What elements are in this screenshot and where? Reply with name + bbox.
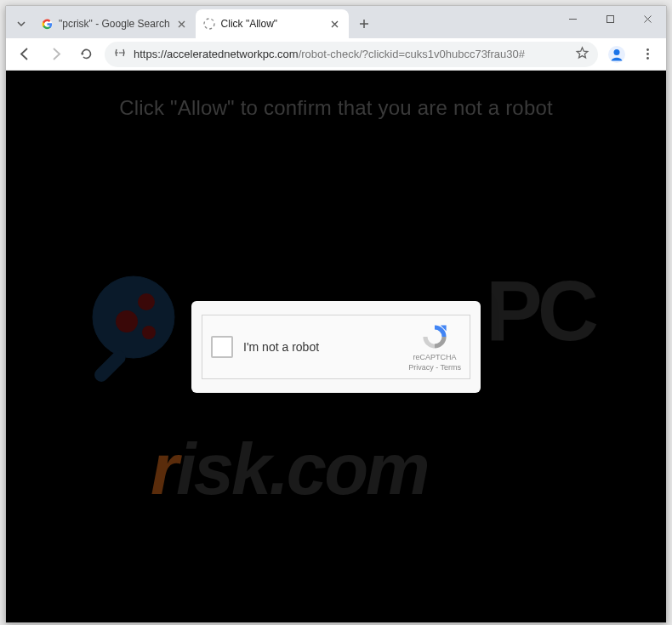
svg-point-6 bbox=[646, 53, 649, 55]
menu-button[interactable] bbox=[635, 43, 659, 66]
back-button[interactable] bbox=[13, 43, 37, 66]
new-tab-button[interactable] bbox=[352, 12, 376, 36]
svg-rect-12 bbox=[92, 348, 128, 384]
url-text: https://acceleratednetworkpc.com/robot-c… bbox=[134, 48, 568, 60]
watermark-magnifier-icon bbox=[78, 266, 206, 394]
watermark-pc-text: PC bbox=[486, 262, 594, 360]
svg-rect-2 bbox=[607, 15, 613, 22]
watermark-risk-text: risk.com bbox=[151, 428, 428, 511]
page-favicon bbox=[202, 17, 216, 31]
address-bar[interactable]: https://acceleratednetworkpc.com/robot-c… bbox=[105, 42, 598, 67]
tab-active-1[interactable]: Click "Allow" bbox=[196, 9, 349, 38]
url-scheme: https:// bbox=[134, 48, 167, 60]
recaptcha-brand-label: reCAPTCHA bbox=[413, 353, 457, 361]
browser-window: "pcrisk" - Google Search Click "Allow" bbox=[5, 5, 667, 623]
svg-point-11 bbox=[142, 326, 156, 339]
svg-point-8 bbox=[93, 276, 174, 358]
window-controls bbox=[554, 6, 666, 31]
svg-point-7 bbox=[646, 57, 649, 60]
toolbar: https://acceleratednetworkpc.com/robot-c… bbox=[6, 38, 666, 71]
url-host: acceleratednetworkpc.com bbox=[167, 48, 299, 60]
close-window-button[interactable] bbox=[629, 6, 666, 31]
url-path: /robot-check/?clickid=cuks1v0hubcc73frau… bbox=[299, 48, 525, 60]
tab-title: Click "Allow" bbox=[221, 18, 323, 30]
reload-button[interactable] bbox=[74, 43, 98, 66]
svg-point-9 bbox=[138, 293, 155, 310]
recaptcha-brand: reCAPTCHA Privacy - Terms bbox=[408, 322, 461, 372]
svg-point-1 bbox=[204, 19, 214, 29]
profile-button[interactable] bbox=[605, 43, 629, 66]
recaptcha-links[interactable]: Privacy - Terms bbox=[408, 363, 461, 372]
page-heading: Click "Allow" to confirm that you are no… bbox=[6, 71, 666, 120]
tab-inactive-0[interactable]: "pcrisk" - Google Search bbox=[33, 9, 196, 38]
captcha-label: I'm not a robot bbox=[243, 340, 408, 354]
forward-button[interactable] bbox=[43, 43, 67, 66]
google-favicon bbox=[40, 17, 54, 31]
bookmark-star-icon[interactable] bbox=[575, 46, 589, 63]
minimize-button[interactable] bbox=[554, 6, 591, 31]
captcha-widget: I'm not a robot reCAPTCHA Privacy - Term… bbox=[202, 315, 470, 379]
maximize-button[interactable] bbox=[591, 6, 629, 31]
svg-point-4 bbox=[614, 49, 620, 55]
recaptcha-icon bbox=[420, 322, 449, 351]
captcha-checkbox[interactable] bbox=[211, 336, 233, 358]
close-icon[interactable] bbox=[175, 17, 189, 31]
svg-point-5 bbox=[646, 48, 649, 51]
tab-search-dropdown[interactable] bbox=[9, 11, 33, 37]
svg-point-10 bbox=[116, 310, 138, 332]
site-info-icon[interactable] bbox=[113, 46, 127, 62]
captcha-card: I'm not a robot reCAPTCHA Privacy - Term… bbox=[191, 301, 481, 393]
tab-title: "pcrisk" - Google Search bbox=[59, 18, 170, 30]
page-content: Click "Allow" to confirm that you are no… bbox=[6, 71, 666, 622]
titlebar: "pcrisk" - Google Search Click "Allow" bbox=[6, 6, 666, 38]
close-icon[interactable] bbox=[328, 17, 342, 31]
